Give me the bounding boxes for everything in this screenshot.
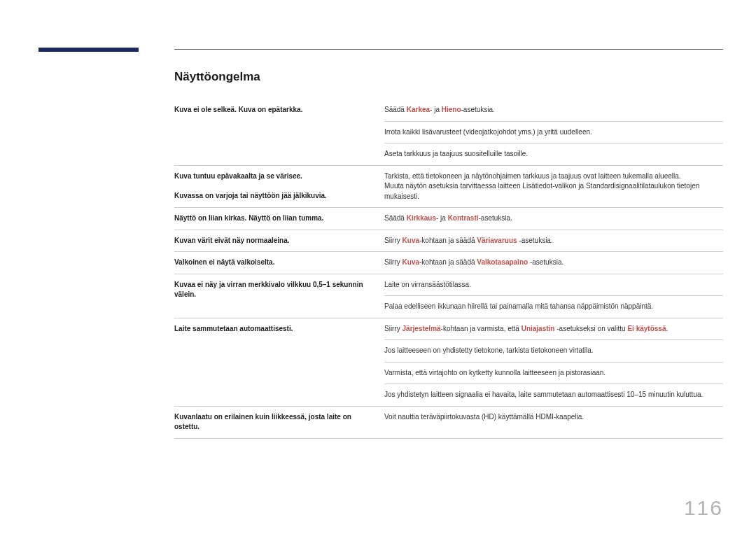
problem-label: Kuva ei ole selkeä. Kuva on epätarkka. — [174, 99, 384, 165]
table-row: Kuva ei ole selkeä. Kuva on epätarkka.Sä… — [174, 99, 723, 121]
table-row: Näyttö on liian kirkas. Näyttö on liian … — [174, 208, 723, 230]
problem-label: Kuvan värit eivät näy normaaleina. — [174, 230, 384, 252]
solution-cell: Siirry Kuva-kohtaan ja säädä Väriavaruus… — [384, 230, 723, 252]
problem-label: Kuvanlaatu on erilainen kuin liikkeessä,… — [174, 406, 384, 438]
solution-cell: Laite on virransäästötilassa. — [384, 274, 723, 296]
solution-cell: Säädä Karkea- ja Hieno-asetuksia. — [384, 99, 723, 121]
table-row: Kuvanlaatu on erilainen kuin liikkeessä,… — [174, 406, 723, 438]
table-row: Laite sammutetaan automaattisesti.Siirry… — [174, 318, 723, 340]
solution-cell: Siirry Kuva-kohtaan ja säädä Valkotasapa… — [384, 252, 723, 274]
page-number: 116 — [684, 496, 723, 520]
table-row: Valkoinen ei näytä valkoiselta.Siirry Ku… — [174, 252, 723, 274]
solution-cell: Jos laitteeseen on yhdistetty tietokone,… — [384, 340, 723, 363]
solution-cell: Siirry Järjestelmä-kohtaan ja varmista, … — [384, 318, 723, 340]
problem-label: Valkoinen ei näytä valkoiselta. — [174, 252, 384, 274]
problem-label: Laite sammutetaan automaattisesti. — [174, 318, 384, 406]
problem-label: Näyttö on liian kirkas. Näyttö on liian … — [174, 208, 384, 230]
solution-cell: Irrota kaikki lisävarusteet (videojatkoj… — [384, 121, 723, 143]
problem-label: Kuvaa ei näy ja virran merkkivalo vilkku… — [174, 274, 384, 318]
header-rule — [174, 49, 723, 50]
solution-cell: Palaa edelliseen ikkunaan hiirellä tai p… — [384, 296, 723, 318]
table-row: Kuvan värit eivät näy normaaleina.Siirry… — [174, 230, 723, 252]
table-row: Kuvaa ei näy ja virran merkkivalo vilkku… — [174, 274, 723, 296]
page-content: Näyttöongelma Kuva ei ole selkeä. Kuva o… — [174, 70, 723, 439]
section-heading: Näyttöongelma — [174, 70, 723, 84]
problem-label: Kuva tuntuu epävakaalta ja se värisee.Ku… — [174, 165, 384, 208]
solution-cell: Tarkista, että tietokoneen ja näytönohja… — [384, 165, 723, 208]
solution-cell: Säädä Kirkkaus- ja Kontrasti-asetuksia. — [384, 208, 723, 230]
troubleshoot-table: Kuva ei ole selkeä. Kuva on epätarkka.Sä… — [174, 99, 723, 439]
header-accent-bar — [38, 48, 139, 52]
solution-cell: Voit nauttia teräväpiirtokuvasta (HD) kä… — [384, 406, 723, 438]
solution-cell: Aseta tarkkuus ja taajuus suositelluille… — [384, 143, 723, 166]
table-row: Kuva tuntuu epävakaalta ja se värisee.Ku… — [174, 165, 723, 208]
solution-cell: Varmista, että virtajohto on kytketty ku… — [384, 362, 723, 384]
solution-cell: Jos yhdistetyn laitteen signaalia ei hav… — [384, 384, 723, 407]
